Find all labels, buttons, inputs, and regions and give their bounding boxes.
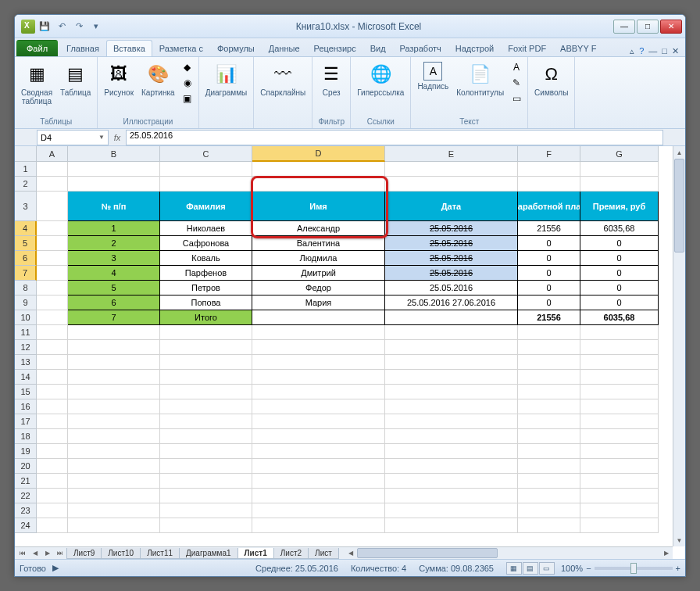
name-box[interactable]: D4▼ [37, 130, 109, 145]
cell[interactable] [385, 355, 518, 370]
column-header-E[interactable]: E [385, 146, 518, 162]
cell[interactable]: 25.05.2016 [385, 221, 518, 236]
cell[interactable] [580, 162, 659, 177]
cell[interactable]: Имя [252, 192, 385, 221]
scroll-up-icon[interactable]: ▲ [673, 146, 685, 159]
cell[interactable] [37, 310, 68, 325]
cell[interactable] [385, 310, 518, 325]
cell[interactable] [160, 340, 252, 355]
cell[interactable] [160, 325, 252, 340]
cell[interactable] [580, 399, 659, 414]
cell[interactable] [580, 385, 659, 399]
cell[interactable] [37, 503, 68, 518]
cell[interactable] [580, 340, 659, 355]
cell[interactable]: 6035,68 [580, 310, 659, 325]
cell[interactable] [385, 370, 518, 385]
scroll-right-icon[interactable]: ▶ [660, 547, 673, 559]
cell[interactable] [518, 355, 580, 370]
row-header-11[interactable]: 11 [15, 325, 37, 340]
row-header-20[interactable]: 20 [15, 459, 37, 474]
cell[interactable] [252, 489, 385, 503]
column-header-D[interactable]: D [252, 146, 385, 162]
cell[interactable] [580, 444, 659, 459]
cell[interactable] [68, 162, 160, 177]
cell[interactable] [68, 459, 160, 474]
cell[interactable] [252, 325, 385, 340]
cell[interactable] [385, 489, 518, 503]
sheet-nav-last[interactable]: ⏭ [54, 547, 66, 560]
cell[interactable] [160, 399, 252, 414]
cell[interactable]: Парфенов [160, 266, 252, 281]
cell[interactable] [68, 325, 160, 340]
cell[interactable]: 0 [518, 296, 580, 310]
cell[interactable] [385, 340, 518, 355]
cell[interactable]: 0 [580, 251, 659, 266]
tab-developer[interactable]: Разработч [393, 40, 448, 56]
tab-insert[interactable]: Вставка [106, 40, 152, 56]
row-header-15[interactable]: 15 [15, 385, 37, 399]
scroll-down-icon[interactable]: ▼ [673, 534, 685, 546]
cell[interactable]: Итого [160, 310, 252, 325]
cell[interactable] [252, 340, 385, 355]
cell[interactable]: 25.05.2016 [385, 266, 518, 281]
cell[interactable]: 21556 [518, 221, 580, 236]
cell[interactable]: Мария [252, 296, 385, 310]
cell[interactable]: 5 [68, 281, 160, 296]
cell[interactable] [160, 177, 252, 192]
cell[interactable] [385, 474, 518, 489]
cell[interactable] [37, 370, 68, 385]
cell[interactable] [252, 474, 385, 489]
cell[interactable] [580, 414, 659, 429]
cell[interactable] [580, 370, 659, 385]
cell[interactable] [385, 385, 518, 399]
cell[interactable]: 0 [518, 251, 580, 266]
object-button[interactable]: ▭ [509, 91, 524, 106]
cell[interactable] [68, 444, 160, 459]
cell[interactable] [68, 370, 160, 385]
cell[interactable] [68, 489, 160, 503]
row-header-2[interactable]: 2 [15, 177, 37, 192]
sheet-tab-active[interactable]: Лист1 [238, 548, 274, 559]
row-header-10[interactable]: 10 [15, 310, 37, 325]
row-header-5[interactable]: 5 [15, 236, 37, 251]
signature-button[interactable]: ✎ [509, 76, 524, 90]
row-header-24[interactable]: 24 [15, 518, 37, 533]
cell[interactable]: Дата [385, 192, 518, 221]
row-header-1[interactable]: 1 [15, 162, 37, 177]
cell[interactable] [580, 429, 659, 444]
wordart-button[interactable]: A [509, 60, 524, 74]
sparklines-button[interactable]: 〰Спарклайны [257, 60, 309, 98]
cell[interactable] [160, 385, 252, 399]
cell[interactable] [518, 385, 580, 399]
row-header-12[interactable]: 12 [15, 340, 37, 355]
cell[interactable] [252, 414, 385, 429]
cell[interactable]: 6035,68 [580, 221, 659, 236]
cell[interactable] [252, 385, 385, 399]
cell[interactable] [580, 489, 659, 503]
cell[interactable]: № п/п [68, 192, 160, 221]
cell[interactable]: 25.05.2016 27.06.2016 [385, 296, 518, 310]
cell[interactable] [518, 459, 580, 474]
pivot-table-button[interactable]: ▦Сводная таблица [18, 60, 55, 107]
scroll-left-icon[interactable]: ◀ [345, 547, 357, 559]
screenshot-button[interactable]: ▣ [180, 91, 195, 106]
cell[interactable] [580, 503, 659, 518]
row-header-9[interactable]: 9 [15, 296, 37, 310]
cell[interactable] [385, 325, 518, 340]
cell[interactable]: Валентина [252, 236, 385, 251]
save-button[interactable]: 💾 [37, 19, 52, 34]
cell[interactable] [37, 325, 68, 340]
view-layout-button[interactable]: ▤ [523, 562, 538, 575]
sheet-tab[interactable]: Лист11 [140, 548, 180, 559]
cell[interactable]: 0 [518, 266, 580, 281]
zoom-thumb[interactable] [630, 563, 637, 574]
cell[interactable] [68, 385, 160, 399]
cell[interactable]: 6 [68, 296, 160, 310]
redo-button[interactable]: ↷ [71, 19, 87, 34]
cell[interactable] [385, 177, 518, 192]
row-header-3[interactable]: 3 [15, 192, 37, 221]
tab-file[interactable]: Файл [16, 40, 58, 56]
cell[interactable]: Сумма заработной платы, руб. [518, 192, 580, 221]
cell[interactable] [37, 221, 68, 236]
sheet-nav-first[interactable]: ⏮ [16, 547, 29, 560]
